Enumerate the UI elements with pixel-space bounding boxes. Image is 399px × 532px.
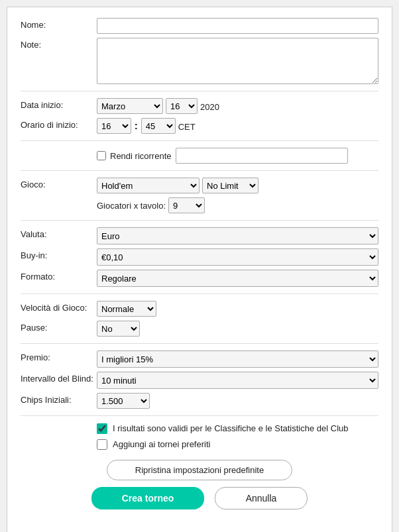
data-inizio-fields: Gennaio Febbraio Marzo Aprile Maggio Giu…: [97, 98, 378, 114]
pause-field: No Sì: [97, 321, 378, 337]
nome-field-area: [97, 18, 378, 34]
nome-row: Nome:: [21, 18, 378, 34]
valuta-row: Valuta: Euro Dollaro Sterlina: [21, 227, 378, 244]
bottom-buttons: Crea torneo Annulla: [91, 487, 308, 509]
hour-select[interactable]: 0123 4567 891011 12131415 16 17181920 21…: [97, 118, 131, 134]
orario-fields: 0123 4567 891011 12131415 16 17181920 21…: [97, 118, 378, 134]
formato-select[interactable]: Regolare Sit & Go Multi Table: [97, 270, 378, 287]
formato-field: Regolare Sit & Go Multi Table: [97, 270, 378, 287]
pause-row: Pause: No Sì: [21, 321, 378, 337]
ripristina-button[interactable]: Ripristina impostazioni predefinite: [107, 460, 292, 480]
pause-select[interactable]: No Sì: [97, 321, 140, 337]
players-select[interactable]: 2345 678 9 10: [168, 197, 205, 213]
game-select[interactable]: Hold'em Omaha Stud: [97, 178, 200, 193]
note-row: Note:: [21, 38, 378, 84]
year-text: 2020: [200, 101, 219, 112]
month-select[interactable]: Gennaio Febbraio Marzo Aprile Maggio Giu…: [97, 98, 163, 114]
colon-sep: :: [134, 121, 139, 131]
premio-row: Premio: I migliori 15% I migliori 10% I …: [21, 350, 378, 368]
preferiti-row: Aggiungi ai tornei preferiti: [97, 439, 378, 451]
valuta-label: Valuta:: [21, 227, 97, 239]
buyin-row: Buy-in: €0,10 €0,20 €0,50 €1,00: [21, 248, 378, 266]
note-label: Note:: [21, 38, 97, 50]
intervallo-select[interactable]: 10 minuti 15 minuti 20 minuti 30 minuti: [97, 372, 378, 389]
velocita-field: Normale Veloce Lento: [97, 301, 378, 317]
data-inizio-row: Data inizio: Gennaio Febbraio Marzo Apri…: [21, 98, 378, 114]
preferiti-checkbox[interactable]: [97, 439, 107, 450]
gioco-row: Gioco: Hold'em Omaha Stud No Limit Pot L…: [21, 178, 378, 193]
gioco-label: Gioco:: [21, 178, 97, 189]
premio-field: I migliori 15% I migliori 10% I migliori…: [97, 350, 378, 368]
preferiti-label: Aggiungi ai tornei preferiti: [113, 439, 210, 451]
intervallo-row: Intervallo del Blind: 10 minuti 15 minut…: [21, 372, 378, 389]
note-textarea[interactable]: [97, 38, 378, 84]
formato-label: Formato:: [21, 270, 97, 282]
note-field-area: [97, 38, 378, 84]
ricorrente-label: Rendi ricorrente: [110, 151, 172, 161]
chips-row: Chips Iniziali: 1.500 2.000 3.000 5.000: [21, 393, 378, 409]
annulla-button[interactable]: Annulla: [215, 487, 308, 509]
orario-row: Orario di inizio: 0123 4567 891011 12131…: [21, 118, 378, 134]
valuta-select[interactable]: Euro Dollaro Sterlina: [97, 227, 378, 244]
valuta-field: Euro Dollaro Sterlina: [97, 227, 378, 244]
buyin-field: €0,10 €0,20 €0,50 €1,00: [97, 248, 378, 266]
buyin-label: Buy-in:: [21, 248, 97, 260]
intervallo-field: 10 minuti 15 minuti 20 minuti 30 minuti: [97, 372, 378, 389]
ricorrente-checkbox[interactable]: [97, 151, 106, 160]
data-inizio-label: Data inizio:: [21, 98, 97, 110]
nome-input[interactable]: [97, 18, 378, 34]
gioco-fields: Hold'em Omaha Stud No Limit Pot Limit Li…: [97, 178, 378, 193]
chips-label: Chips Iniziali:: [21, 393, 97, 405]
day-select[interactable]: 1234 5678 9101112 131415 16 17181920 212…: [166, 98, 198, 114]
classifiche-label: I risultati sono validi per le Classific…: [113, 423, 349, 435]
formato-row: Formato: Regolare Sit & Go Multi Table: [21, 270, 378, 287]
orario-label: Orario di inizio:: [21, 118, 97, 130]
premio-label: Premio:: [21, 350, 97, 362]
velocita-select[interactable]: Normale Veloce Lento: [97, 301, 156, 317]
buyin-select[interactable]: €0,10 €0,20 €0,50 €1,00: [97, 248, 378, 266]
intervallo-label: Intervallo del Blind:: [21, 372, 97, 384]
premio-select[interactable]: I migliori 15% I migliori 10% I migliori…: [97, 350, 378, 368]
recurrent-input[interactable]: [176, 148, 348, 164]
pause-label: Pause:: [21, 321, 97, 333]
ricorrente-row: Rendi ricorrente: [97, 148, 378, 164]
chips-field: 1.500 2.000 3.000 5.000: [97, 393, 378, 409]
velocita-row: Velocità di Gioco: Normale Veloce Lento: [21, 301, 378, 317]
classifiche-checkbox[interactable]: [97, 423, 107, 434]
buttons-area: Ripristina impostazioni predefinite Crea…: [21, 460, 378, 509]
giocatori-label: Giocatori x tavolo:: [97, 201, 166, 211]
limit-select[interactable]: No Limit Pot Limit Limit: [202, 178, 258, 193]
form-container: Nome: Note: Data inizio: Gennaio Febbrai…: [7, 7, 392, 532]
timezone-label: CET: [178, 121, 196, 132]
velocita-label: Velocità di Gioco:: [21, 301, 97, 313]
chips-select[interactable]: 1.500 2.000 3.000 5.000: [97, 393, 150, 409]
classifiche-row: I risultati sono validi per le Classific…: [97, 423, 378, 435]
giocatori-row: Giocatori x tavolo: 2345 678 9 10: [97, 197, 378, 213]
minute-select[interactable]: 00051015 20253035 40 45 5055: [141, 118, 176, 134]
crea-button[interactable]: Crea torneo: [91, 487, 204, 509]
nome-label: Nome:: [21, 18, 97, 30]
